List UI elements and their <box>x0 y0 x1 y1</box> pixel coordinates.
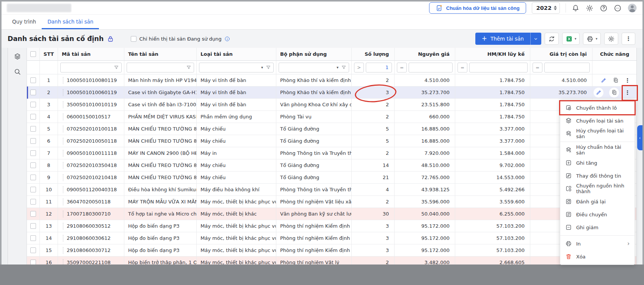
side-panel-toggle[interactable]: ‹ <box>637 125 642 150</box>
row-checkbox[interactable] <box>30 187 36 192</box>
drag-handle[interactable] <box>63 223 63 230</box>
info-icon[interactable] <box>224 36 230 42</box>
drag-handle[interactable] <box>63 162 63 169</box>
header-cell-actions[interactable]: Chức năng <box>592 48 637 61</box>
chevron-down-icon[interactable]: ▾ <box>261 65 263 69</box>
more-actions-button[interactable]: ⋮ <box>625 77 630 84</box>
filter-input-type[interactable]: ▾ <box>199 63 274 72</box>
normalize-data-button[interactable]: Chuẩn hóa dữ liệu tài sản công <box>429 2 526 14</box>
row-checkbox[interactable] <box>30 102 36 107</box>
kebab-button[interactable]: ⋮ <box>622 33 635 45</box>
pencil-icon[interactable] <box>595 89 602 96</box>
menu-item[interactable]: Chuyển thành lô <box>560 101 635 114</box>
filter-input-cost[interactable] <box>409 63 453 72</box>
row-checkbox[interactable] <box>30 77 36 83</box>
funnel-icon[interactable] <box>266 65 271 70</box>
row-checkbox[interactable] <box>30 114 36 120</box>
user-avatar[interactable] <box>627 3 637 13</box>
menu-item[interactable]: Đánh giá lại <box>560 195 635 208</box>
drag-handle[interactable] <box>63 126 63 132</box>
select-all-checkbox[interactable] <box>30 51 36 57</box>
gear-button[interactable] <box>604 33 618 45</box>
search-icon[interactable] <box>14 68 21 76</box>
row-checkbox[interactable] <box>30 126 36 132</box>
row-checkbox[interactable] <box>30 223 36 229</box>
row-checkbox[interactable] <box>30 260 36 265</box>
menu-item[interactable]: Hủy chuyển loại tài sản <box>560 127 635 140</box>
filter-input-code[interactable] <box>60 63 122 72</box>
row-checkbox[interactable] <box>30 235 36 241</box>
tab-danh-sach-tai-san[interactable]: Danh sách tài sản <box>42 15 99 29</box>
table-row[interactable]: 80702502010350418MÀN CHIẾU TREO TƯỜNG 84… <box>27 159 637 172</box>
tab-quy-trinh[interactable]: Quy trình <box>6 15 42 29</box>
filter-operator[interactable]: = <box>458 63 467 72</box>
table-row[interactable]: 11000501010080119Màn hình máy tính HP V1… <box>27 74 637 87</box>
table-row[interactable]: 60702502010050118MÀN CHIẾU TREO TƯỜNG 84… <box>27 135 637 147</box>
table-row[interactable]: 70900501010011118MÁY IN CANON 2900 (BỘ H… <box>27 147 637 159</box>
header-cell-remain[interactable]: Giá trị còn lại <box>530 48 592 61</box>
filter-input-name[interactable] <box>127 63 194 72</box>
table-row[interactable]: 21000501010060119Case vi tính Gigabyte G… <box>27 87 637 99</box>
funnel-icon[interactable] <box>114 65 119 70</box>
year-spinner[interactable] <box>554 6 557 10</box>
drag-handle[interactable] <box>63 198 63 205</box>
drag-handle[interactable] <box>63 174 63 181</box>
funnel-icon[interactable] <box>186 65 191 70</box>
menu-item[interactable]: Ghi tăng <box>560 156 635 169</box>
menu-item[interactable]: Thay đổi thông tin <box>560 169 635 182</box>
table-row[interactable]: 406000150010517PHẦN MỀM DIỆT VIRUS KASP.… <box>27 111 637 123</box>
drag-handle[interactable] <box>63 186 63 193</box>
header-cell-accum[interactable]: HM/KH lũy kế <box>455 48 530 61</box>
header-cell-qty[interactable]: Số lượng <box>352 48 395 61</box>
more-circle-icon[interactable] <box>614 4 622 12</box>
year-selector[interactable]: 2022 <box>532 2 560 14</box>
table-row[interactable]: 1329108060030512Hộp đo biến dạng P3Máy m… <box>27 220 637 232</box>
menu-item[interactable]: In› <box>560 237 635 250</box>
row-checkbox[interactable] <box>30 199 36 205</box>
spinner-up-icon[interactable] <box>554 6 557 8</box>
table-row[interactable]: 1429108060030612Hộp đo biến dạng P3Máy m… <box>27 232 637 244</box>
more-actions-button[interactable]: ⋮ <box>625 89 630 96</box>
filter-input-remain[interactable] <box>544 63 590 72</box>
duplicate-icon[interactable] <box>613 77 619 83</box>
excel-button[interactable]: ▾ <box>562 33 580 45</box>
menu-item[interactable]: Chuyển loại tài sản <box>560 114 635 127</box>
refresh-button[interactable] <box>545 33 559 45</box>
funnel-icon[interactable] <box>341 65 346 70</box>
drag-handle[interactable] <box>63 235 63 242</box>
row-checkbox[interactable] <box>30 90 36 95</box>
row-checkbox[interactable] <box>30 138 36 144</box>
table-row[interactable]: 1136047020050118MÁY TRỘN MẪU VỮA XI MĂN.… <box>27 196 637 208</box>
pencil-icon[interactable] <box>600 77 607 83</box>
menu-item[interactable]: Xóa <box>560 250 635 263</box>
header-cell-code[interactable]: Mã tài sản <box>58 48 124 61</box>
drag-handle[interactable] <box>63 138 63 145</box>
filter-input-qty[interactable]: 1 <box>366 63 392 72</box>
table-row[interactable]: 1529108060030712Hộp đo biến dạng P3Máy m… <box>27 244 637 257</box>
chevron-down-icon[interactable]: ▾ <box>337 65 338 69</box>
drag-handle[interactable] <box>63 89 63 96</box>
layers-view-icon[interactable] <box>14 53 21 60</box>
drag-handle[interactable] <box>63 247 63 254</box>
table-row[interactable]: 100900501120040318Điều hòa không khí Sum… <box>27 184 637 196</box>
header-cell-dept[interactable]: Bộ phận sử dụng <box>276 48 352 61</box>
row-checkbox[interactable] <box>30 211 36 217</box>
header-cell-cost[interactable]: Nguyên giá <box>395 48 455 61</box>
header-cell-name[interactable]: Tên tài sản <box>124 48 197 61</box>
drag-handle[interactable] <box>63 101 63 108</box>
table-row[interactable]: 1635097000221108Hộp biến trở thập phân, … <box>27 257 637 265</box>
menu-item[interactable]: Hủy chuẩn hóa tài sản <box>560 143 635 156</box>
menu-item[interactable]: Điều chuyển <box>560 208 635 221</box>
drag-handle[interactable] <box>63 259 63 265</box>
spinner-down-icon[interactable] <box>554 8 557 10</box>
table-row[interactable]: 1217007180300710Tổ hợp tai nghe và Micro… <box>27 208 637 220</box>
filter-operator[interactable]: > <box>354 63 364 72</box>
header-cell-type[interactable]: Loại tài sản <box>197 48 276 61</box>
drag-handle[interactable] <box>63 211 63 217</box>
gear-icon[interactable] <box>586 4 594 12</box>
filter-operator[interactable]: = <box>397 63 407 72</box>
row-checkbox[interactable] <box>30 175 36 180</box>
add-asset-button[interactable]: + Thêm tài sản <box>475 33 541 45</box>
drag-handle[interactable] <box>63 77 63 84</box>
row-checkbox[interactable] <box>30 150 36 156</box>
